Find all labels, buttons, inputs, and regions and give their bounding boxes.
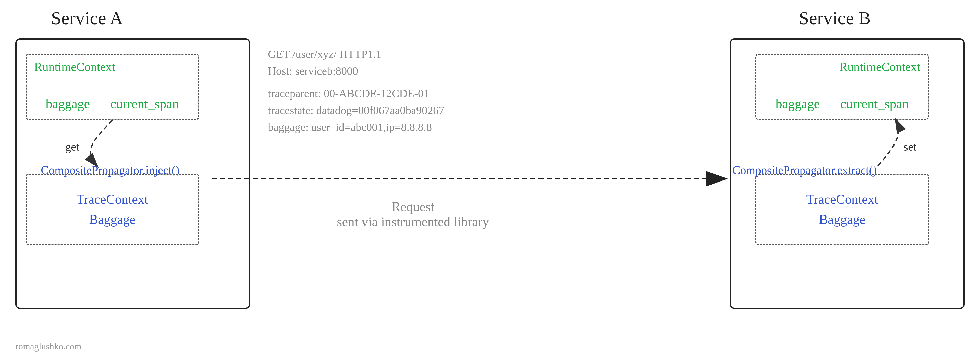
trace-b-baggage: Baggage: [819, 212, 865, 227]
runtime-b-baggage: baggage: [776, 96, 820, 111]
header-line-4: tracestate: datadog=00f067aa0ba90267: [268, 102, 444, 119]
watermark: romaglushko.com: [15, 341, 81, 352]
header-line-2: Host: serviceb:8000: [268, 63, 444, 80]
request-caption-line1: Request: [337, 199, 489, 214]
runtime-a-baggage: baggage: [46, 96, 90, 111]
runtime-context-b-label: RuntimeContext: [749, 60, 920, 74]
runtime-b-current-span: current_span: [840, 96, 909, 111]
trace-context-b-box: TraceContext Baggage: [756, 174, 929, 245]
request-caption: Request sent via instrumented library: [337, 199, 489, 229]
service-a-title: Service A: [51, 8, 123, 29]
runtime-context-a-box: RuntimeContext baggage current_span: [25, 54, 199, 120]
runtime-a-current-span: current_span: [110, 96, 179, 111]
trace-a-baggage: Baggage: [89, 212, 135, 227]
service-b-title: Service B: [799, 8, 871, 29]
page-container: Service A Service B RuntimeContext bagga…: [0, 0, 980, 362]
runtime-context-b-box: RuntimeContext baggage current_span: [756, 54, 929, 120]
runtime-context-a-label: RuntimeContext: [34, 60, 115, 74]
http-headers-block: GET /user/xyz/ HTTP1.1 Host: serviceb:80…: [268, 46, 444, 136]
header-line-1: GET /user/xyz/ HTTP1.1: [268, 46, 444, 63]
header-line-3: traceparent: 00-ABCDE-12CDE-01: [268, 85, 444, 102]
trace-a-tracecontext: TraceContext: [76, 192, 148, 207]
composite-propagator-extract-label: CompositePropagator.extract(): [732, 163, 877, 177]
trace-context-a-box: TraceContext Baggage: [25, 174, 199, 245]
request-caption-line2: sent via instrumented library: [337, 214, 489, 229]
header-line-5: baggage: user_id=abc001,ip=8.8.8.8: [268, 119, 444, 136]
composite-propagator-inject-label: CompositePropagator.inject(): [41, 163, 180, 177]
trace-b-tracecontext: TraceContext: [806, 192, 878, 207]
